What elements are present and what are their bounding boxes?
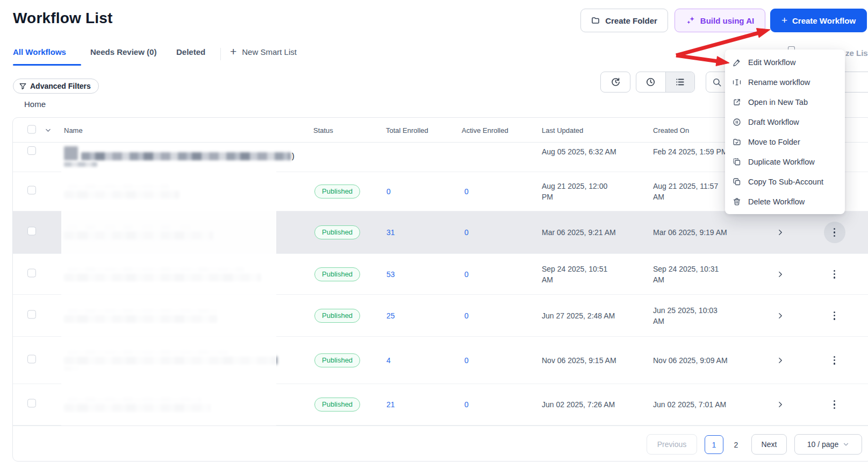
row-checkbox[interactable] xyxy=(27,310,36,318)
row-checkbox-cell[interactable] xyxy=(27,310,36,321)
last-updated-cell: Sep 24 2025, 10:51 AM xyxy=(542,264,622,285)
row-checkbox[interactable] xyxy=(27,146,36,155)
column-header-total-enrolled[interactable]: Total Enrolled xyxy=(386,126,428,134)
list-view-toggle[interactable] xyxy=(665,72,695,92)
expand-row-button[interactable] xyxy=(777,229,784,236)
build-using-ai-button[interactable]: Build using AI xyxy=(675,9,765,32)
active-enrolled-cell[interactable]: 0 xyxy=(464,310,469,321)
total-enrolled-cell[interactable]: 21 xyxy=(386,399,395,410)
column-header-active-enrolled[interactable]: Active Enrolled xyxy=(462,126,508,134)
row-actions-button[interactable] xyxy=(834,228,835,237)
active-enrolled-cell[interactable]: 0 xyxy=(464,355,469,366)
active-enrolled-link[interactable]: 0 xyxy=(464,270,469,279)
total-enrolled-cell[interactable]: 25 xyxy=(386,310,395,321)
next-page-button[interactable]: Next xyxy=(751,434,787,455)
advanced-filters-button[interactable]: Advanced Filters xyxy=(13,79,99,94)
total-enrolled-link[interactable]: 25 xyxy=(386,311,395,320)
active-enrolled-link[interactable]: 0 xyxy=(464,311,469,320)
created-on-cell: Aug 21 2025, 11:57 AM xyxy=(653,181,731,202)
status-cell: Published xyxy=(314,267,360,281)
row-actions-button[interactable] xyxy=(834,356,835,364)
total-enrolled-link[interactable]: 0 xyxy=(386,187,391,196)
page-size-select[interactable]: 10 / page xyxy=(794,434,862,455)
total-enrolled-link[interactable]: 31 xyxy=(386,228,395,237)
create-folder-button[interactable]: Create Folder xyxy=(580,9,668,32)
total-enrolled-link[interactable]: 53 xyxy=(386,270,395,279)
expand-row-button[interactable] xyxy=(777,401,784,408)
row-checkbox[interactable] xyxy=(27,268,36,277)
copy-icon xyxy=(733,178,741,186)
row-checkbox-cell[interactable] xyxy=(27,268,36,280)
active-enrolled-link[interactable]: 0 xyxy=(464,356,469,365)
total-enrolled-link[interactable]: 4 xyxy=(386,356,391,365)
row-checkbox-cell[interactable] xyxy=(27,146,36,158)
menu-item-move-to-folder[interactable]: Move to Folder xyxy=(725,132,845,152)
chevron-down-icon[interactable] xyxy=(45,126,52,133)
breadcrumb[interactable]: Home xyxy=(24,100,46,109)
row-checkbox[interactable] xyxy=(27,399,36,408)
created-on-cell: Sep 24 2025, 10:31 AM xyxy=(653,264,731,285)
time-view-toggle[interactable] xyxy=(636,72,665,92)
select-all-checkbox[interactable] xyxy=(27,125,36,133)
row-checkbox[interactable] xyxy=(27,354,36,363)
total-enrolled-cell[interactable]: 31 xyxy=(386,227,395,238)
total-enrolled-link[interactable]: 21 xyxy=(386,400,395,409)
status-badge: Published xyxy=(314,225,360,239)
total-enrolled-cell[interactable]: 4 xyxy=(386,355,391,366)
customize-list-partial-label[interactable]: ze List xyxy=(845,48,868,58)
expand-row-button[interactable] xyxy=(777,312,784,320)
menu-item-draft-workflow[interactable]: Draft Workflow xyxy=(725,112,845,132)
column-header-name[interactable]: Name xyxy=(64,126,83,134)
active-enrolled-link[interactable]: 0 xyxy=(464,187,469,196)
tab-deleted[interactable]: Deleted xyxy=(176,47,205,56)
enrollment-history-button[interactable] xyxy=(600,72,630,93)
row-checkbox[interactable] xyxy=(27,186,36,195)
redacted-name-column-overlay xyxy=(61,143,276,426)
active-enrolled-cell[interactable]: 0 xyxy=(464,186,469,197)
row-checkbox-cell[interactable] xyxy=(27,227,36,238)
active-enrolled-cell[interactable]: 0 xyxy=(464,269,469,280)
advanced-filters-label: Advanced Filters xyxy=(30,82,91,90)
column-header-last-updated[interactable]: Last Updated xyxy=(542,126,583,134)
row-checkbox-cell[interactable] xyxy=(27,354,36,366)
expand-row-button[interactable] xyxy=(777,271,784,278)
external-link-icon xyxy=(733,98,741,107)
menu-item-delete-workflow[interactable]: Delete Workflow xyxy=(725,192,845,211)
menu-item-duplicate-workflow[interactable]: Duplicate Workflow xyxy=(725,152,845,172)
workflow-name-redacted[interactable]: ) xyxy=(64,146,295,167)
new-smart-list-button[interactable]: + New Smart List xyxy=(230,46,297,58)
row-checkbox[interactable] xyxy=(27,227,36,236)
create-workflow-button[interactable]: + Create Workflow xyxy=(770,9,867,32)
column-header-created-on[interactable]: Created On xyxy=(653,126,689,134)
total-enrolled-cell[interactable]: 0 xyxy=(386,186,391,197)
page-title: Workflow List xyxy=(13,10,113,27)
menu-item-edit-workflow[interactable]: Edit Workflow xyxy=(725,52,845,72)
previous-page-button[interactable]: Previous xyxy=(647,434,697,455)
chevron-right-icon xyxy=(777,401,784,408)
menu-item-label: Copy To Sub-Account xyxy=(748,178,823,186)
total-enrolled-cell[interactable]: 53 xyxy=(386,269,395,280)
active-enrolled-cell[interactable]: 0 xyxy=(464,227,469,238)
menu-item-open-in-new-tab[interactable]: Open in New Tab xyxy=(725,92,845,112)
create-folder-label: Create Folder xyxy=(605,16,657,25)
active-enrolled-cell[interactable]: 0 xyxy=(464,399,469,410)
tab-needs-review[interactable]: Needs Review (0) xyxy=(90,47,156,56)
row-actions-button[interactable] xyxy=(834,311,835,320)
menu-item-copy-to-sub-account[interactable]: Copy To Sub-Account xyxy=(725,172,845,192)
tab-all-workflows[interactable]: All Workflows xyxy=(13,47,66,56)
row-actions-button[interactable] xyxy=(834,400,835,409)
active-enrolled-link[interactable]: 0 xyxy=(464,400,469,409)
page-number-1[interactable]: 1 xyxy=(705,435,723,454)
status-cell: Published xyxy=(314,185,360,198)
row-checkbox-cell[interactable] xyxy=(27,399,36,410)
active-enrolled-link[interactable]: 0 xyxy=(464,228,469,237)
column-header-status[interactable]: Status xyxy=(313,126,333,134)
created-on-cell: Jun 25 2025, 10:03 AM xyxy=(653,305,731,327)
menu-item-rename-workflow[interactable]: Rename workflow xyxy=(725,72,845,92)
chevron-right-icon xyxy=(777,229,784,236)
row-actions-button[interactable] xyxy=(834,270,835,278)
page-number-2[interactable]: 2 xyxy=(727,435,745,454)
menu-item-label: Draft Workflow xyxy=(748,118,799,126)
row-checkbox-cell[interactable] xyxy=(27,186,36,197)
expand-row-button[interactable] xyxy=(777,357,784,364)
